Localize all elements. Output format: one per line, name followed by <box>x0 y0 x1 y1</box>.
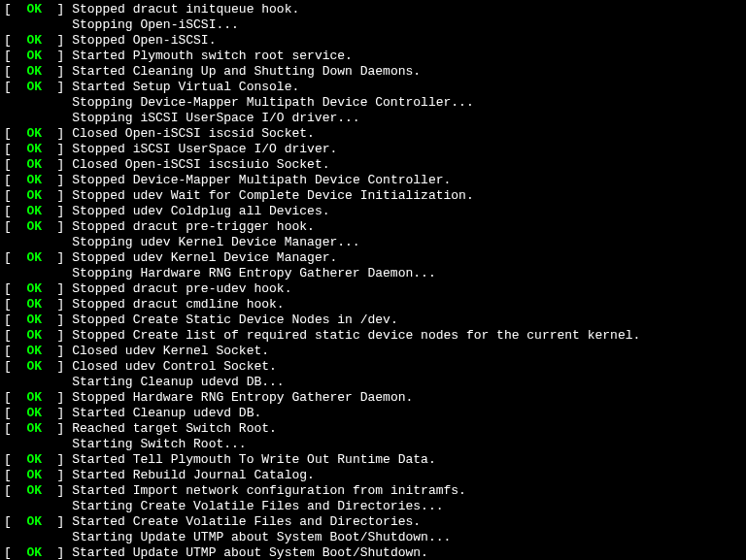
console-line: [ OK ] Stopped Hardware RNG Entropy Gath… <box>4 390 742 406</box>
console-line: Stopping Open-iSCSI... <box>4 17 742 33</box>
bracket-close: ] <box>42 219 72 235</box>
bracket-close: ] <box>42 452 72 468</box>
console-line: [ OK ] Stopped dracut pre-udev hook. <box>4 281 742 297</box>
console-line: [ OK ] Stopped dracut initqueue hook. <box>4 2 742 17</box>
bracket-open: [ <box>4 281 26 297</box>
status-ok: OK <box>26 33 42 49</box>
bracket-open: [ <box>4 126 26 142</box>
indent-padding <box>4 375 72 390</box>
bracket-open: [ <box>4 80 26 95</box>
line-message: Stopped Device-Mapper Multipath Device C… <box>72 173 451 188</box>
bracket-open: [ <box>4 421 26 437</box>
bracket-open: [ <box>4 468 26 483</box>
indent-padding <box>4 499 72 514</box>
line-message: Stopped dracut pre-trigger hook. <box>72 219 315 235</box>
console-line: [ OK ] Stopped Create list of required s… <box>4 328 742 344</box>
bracket-open: [ <box>4 49 26 64</box>
status-ok: OK <box>26 204 42 219</box>
bracket-open: [ <box>4 2 26 17</box>
line-message: Stopped udev Wait for Complete Device In… <box>72 188 473 204</box>
status-ok: OK <box>26 142 42 157</box>
line-message: Closed Open-iSCSI iscsid Socket. <box>72 126 315 142</box>
console-line: [ OK ] Reached target Switch Root. <box>4 421 742 437</box>
line-message: Started Cleaning Up and Shutting Down Da… <box>72 64 421 80</box>
status-ok: OK <box>26 390 42 406</box>
console-line: [ OK ] Stopped dracut cmdline hook. <box>4 297 742 313</box>
indent-padding <box>4 111 72 126</box>
status-ok: OK <box>26 2 42 17</box>
indent-padding <box>4 235 72 250</box>
line-message: Stopping Hardware RNG Entropy Gatherer D… <box>72 266 435 281</box>
console-line: [ OK ] Stopped Create Static Device Node… <box>4 313 742 328</box>
bracket-close: ] <box>42 80 72 95</box>
console-line: [ OK ] Started Cleanup udevd DB. <box>4 406 742 421</box>
bracket-close: ] <box>42 126 72 142</box>
console-line: [ OK ] Started Import network configurat… <box>4 483 742 499</box>
bracket-close: ] <box>42 359 72 375</box>
console-line: [ OK ] Closed Open-iSCSI iscsid Socket. <box>4 126 742 142</box>
bracket-close: ] <box>42 142 72 157</box>
line-message: Started Import network configuration fro… <box>72 483 466 499</box>
status-ok: OK <box>26 64 42 80</box>
status-ok: OK <box>26 80 42 95</box>
status-ok: OK <box>26 297 42 313</box>
status-ok: OK <box>26 421 42 437</box>
bracket-open: [ <box>4 297 26 313</box>
console-line: [ OK ] Started Plymouth switch root serv… <box>4 49 742 64</box>
bracket-open: [ <box>4 157 26 173</box>
line-message: Closed udev Kernel Socket. <box>72 344 269 359</box>
bracket-open: [ <box>4 142 26 157</box>
console-line: [ OK ] Started Cleaning Up and Shutting … <box>4 64 742 80</box>
status-ok: OK <box>26 468 42 483</box>
bracket-close: ] <box>42 204 72 219</box>
line-message: Starting Switch Root... <box>72 437 246 452</box>
status-ok: OK <box>26 545 42 560</box>
console-line: Stopping udev Kernel Device Manager... <box>4 235 742 250</box>
console-line: [ OK ] Stopped Device-Mapper Multipath D… <box>4 173 742 188</box>
line-message: Stopped dracut pre-udev hook. <box>72 281 291 297</box>
line-message: Stopping udev Kernel Device Manager... <box>72 235 359 250</box>
line-message: Stopping Device-Mapper Multipath Device … <box>72 95 473 111</box>
status-ok: OK <box>26 359 42 375</box>
indent-padding <box>4 530 72 545</box>
bracket-open: [ <box>4 452 26 468</box>
bracket-open: [ <box>4 545 26 560</box>
console-line: Starting Update UTMP about System Boot/S… <box>4 530 742 545</box>
console-line: [ OK ] Started Create Volatile Files and… <box>4 514 742 530</box>
bracket-close: ] <box>42 313 72 328</box>
console-line: [ OK ] Stopped udev Kernel Device Manage… <box>4 250 742 266</box>
console-line: [ OK ] Started Tell Plymouth To Write Ou… <box>4 452 742 468</box>
console-line: [ OK ] Stopped dracut pre-trigger hook. <box>4 219 742 235</box>
bracket-open: [ <box>4 406 26 421</box>
console-line: [ OK ] Closed Open-iSCSI iscsiuio Socket… <box>4 157 742 173</box>
status-ok: OK <box>26 483 42 499</box>
line-message: Stopped dracut initqueue hook. <box>72 2 299 17</box>
line-message: Starting Update UTMP about System Boot/S… <box>72 530 451 545</box>
bracket-close: ] <box>42 281 72 297</box>
bracket-close: ] <box>42 157 72 173</box>
bracket-close: ] <box>42 188 72 204</box>
line-message: Started Create Volatile Files and Direct… <box>72 514 421 530</box>
console-line: Stopping Device-Mapper Multipath Device … <box>4 95 742 111</box>
boot-console: [ OK ] Stopped dracut initqueue hook. St… <box>4 2 742 560</box>
bracket-open: [ <box>4 390 26 406</box>
console-line: Starting Switch Root... <box>4 437 742 452</box>
console-line: [ OK ] Closed udev Control Socket. <box>4 359 742 375</box>
status-ok: OK <box>26 219 42 235</box>
status-ok: OK <box>26 49 42 64</box>
console-line: Starting Create Volatile Files and Direc… <box>4 499 742 514</box>
line-message: Started Setup Virtual Console. <box>72 80 299 95</box>
indent-padding <box>4 437 72 452</box>
bracket-close: ] <box>42 33 72 49</box>
indent-padding <box>4 266 72 281</box>
line-message: Stopped Open-iSCSI. <box>72 33 216 49</box>
line-message: Started Plymouth switch root service. <box>72 49 353 64</box>
bracket-close: ] <box>42 545 72 560</box>
line-message: Stopped iSCSI UserSpace I/O driver. <box>72 142 337 157</box>
bracket-open: [ <box>4 328 26 344</box>
line-message: Stopped Create Static Device Nodes in /d… <box>72 313 397 328</box>
bracket-open: [ <box>4 514 26 530</box>
bracket-close: ] <box>42 173 72 188</box>
console-line: [ OK ] Started Update UTMP about System … <box>4 545 742 560</box>
line-message: Stopped Hardware RNG Entropy Gatherer Da… <box>72 390 413 406</box>
